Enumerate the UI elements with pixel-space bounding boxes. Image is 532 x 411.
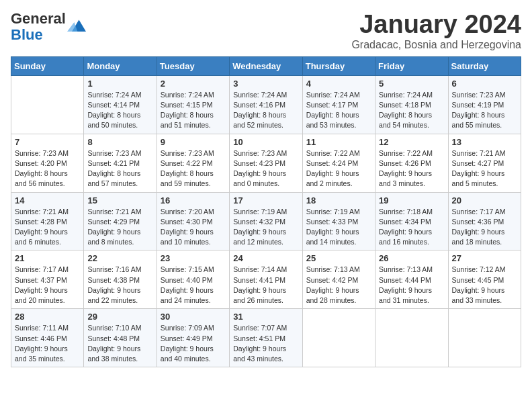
day-number: 24 (233, 253, 298, 263)
day-info: Sunrise: 7:16 AMSunset: 4:38 PMDaylight:… (87, 265, 152, 306)
day-number: 2 (161, 79, 226, 89)
calendar-cell: 12Sunrise: 7:22 AMSunset: 4:26 PMDayligh… (375, 134, 448, 192)
page-header: General Blue January 2024 Gradacac, Bosn… (11, 11, 521, 51)
day-info: Sunrise: 7:07 AMSunset: 4:51 PMDaylight:… (233, 323, 298, 364)
calendar-cell: 10Sunrise: 7:23 AMSunset: 4:23 PMDayligh… (230, 134, 302, 192)
day-info: Sunrise: 7:12 AMSunset: 4:45 PMDaylight:… (452, 265, 517, 306)
day-info: Sunrise: 7:22 AMSunset: 4:26 PMDaylight:… (379, 148, 444, 189)
day-info: Sunrise: 7:23 AMSunset: 4:21 PMDaylight:… (87, 148, 152, 189)
header-cell-tuesday: Tuesday (157, 56, 229, 75)
day-number: 26 (379, 253, 444, 263)
calendar-cell: 13Sunrise: 7:21 AMSunset: 4:27 PMDayligh… (448, 134, 521, 192)
day-info: Sunrise: 7:24 AMSunset: 4:14 PMDaylight:… (87, 90, 152, 131)
calendar-week-row: 7Sunrise: 7:23 AMSunset: 4:20 PMDaylight… (11, 134, 521, 192)
day-number: 15 (87, 195, 152, 205)
day-info: Sunrise: 7:23 AMSunset: 4:19 PMDaylight:… (452, 90, 517, 131)
calendar-cell: 24Sunrise: 7:14 AMSunset: 4:41 PMDayligh… (230, 250, 302, 309)
calendar-header-row: SundayMondayTuesdayWednesdayThursdayFrid… (11, 56, 521, 75)
day-info: Sunrise: 7:14 AMSunset: 4:41 PMDaylight:… (233, 265, 298, 306)
logo-icon (67, 17, 86, 36)
calendar-body: 1Sunrise: 7:24 AMSunset: 4:14 PMDaylight… (11, 75, 521, 367)
day-number: 5 (379, 79, 444, 89)
calendar-week-row: 1Sunrise: 7:24 AMSunset: 4:14 PMDaylight… (11, 75, 521, 134)
day-number: 9 (161, 137, 226, 147)
day-info: Sunrise: 7:19 AMSunset: 4:33 PMDaylight:… (306, 207, 371, 248)
day-number: 27 (452, 253, 517, 263)
calendar-cell: 8Sunrise: 7:23 AMSunset: 4:21 PMDaylight… (84, 134, 157, 192)
calendar-cell: 15Sunrise: 7:21 AMSunset: 4:29 PMDayligh… (84, 192, 157, 250)
calendar-cell: 7Sunrise: 7:23 AMSunset: 4:20 PMDaylight… (11, 134, 84, 192)
calendar-week-row: 21Sunrise: 7:17 AMSunset: 4:37 PMDayligh… (11, 250, 521, 309)
day-info: Sunrise: 7:15 AMSunset: 4:40 PMDaylight:… (161, 265, 226, 306)
logo: General Blue (11, 11, 86, 43)
calendar-cell: 28Sunrise: 7:11 AMSunset: 4:46 PMDayligh… (11, 309, 84, 367)
day-number: 19 (379, 195, 444, 205)
day-number: 12 (379, 137, 444, 147)
day-info: Sunrise: 7:23 AMSunset: 4:22 PMDaylight:… (161, 148, 226, 189)
day-number: 31 (233, 312, 298, 322)
day-info: Sunrise: 7:22 AMSunset: 4:24 PMDaylight:… (306, 148, 371, 189)
calendar-cell: 4Sunrise: 7:24 AMSunset: 4:17 PMDaylight… (302, 75, 375, 134)
calendar-week-row: 28Sunrise: 7:11 AMSunset: 4:46 PMDayligh… (11, 309, 521, 367)
day-info: Sunrise: 7:19 AMSunset: 4:32 PMDaylight:… (233, 207, 298, 248)
day-number: 8 (87, 137, 152, 147)
day-info: Sunrise: 7:21 AMSunset: 4:27 PMDaylight:… (452, 148, 517, 189)
day-number: 23 (161, 253, 226, 263)
calendar-cell: 17Sunrise: 7:19 AMSunset: 4:32 PMDayligh… (230, 192, 302, 250)
day-info: Sunrise: 7:18 AMSunset: 4:34 PMDaylight:… (379, 207, 444, 248)
calendar-cell (375, 309, 448, 367)
calendar-cell: 27Sunrise: 7:12 AMSunset: 4:45 PMDayligh… (448, 250, 521, 309)
calendar-cell: 26Sunrise: 7:13 AMSunset: 4:44 PMDayligh… (375, 250, 448, 309)
calendar-cell: 21Sunrise: 7:17 AMSunset: 4:37 PMDayligh… (11, 250, 84, 309)
day-info: Sunrise: 7:23 AMSunset: 4:23 PMDaylight:… (233, 148, 298, 189)
day-number: 21 (15, 253, 80, 263)
calendar-cell: 16Sunrise: 7:20 AMSunset: 4:30 PMDayligh… (157, 192, 229, 250)
day-info: Sunrise: 7:24 AMSunset: 4:16 PMDaylight:… (233, 90, 298, 131)
calendar-cell (448, 309, 521, 367)
day-number: 16 (161, 195, 226, 205)
calendar-table: SundayMondayTuesdayWednesdayThursdayFrid… (11, 56, 521, 367)
header-cell-sunday: Sunday (11, 56, 84, 75)
calendar-week-row: 14Sunrise: 7:21 AMSunset: 4:28 PMDayligh… (11, 192, 521, 250)
calendar-cell: 18Sunrise: 7:19 AMSunset: 4:33 PMDayligh… (302, 192, 375, 250)
calendar-cell: 20Sunrise: 7:17 AMSunset: 4:36 PMDayligh… (448, 192, 521, 250)
calendar-cell: 5Sunrise: 7:24 AMSunset: 4:18 PMDaylight… (375, 75, 448, 134)
day-number: 3 (233, 79, 298, 89)
header-cell-saturday: Saturday (448, 56, 521, 75)
calendar-cell: 6Sunrise: 7:23 AMSunset: 4:19 PMDaylight… (448, 75, 521, 134)
day-info: Sunrise: 7:24 AMSunset: 4:18 PMDaylight:… (379, 90, 444, 131)
calendar-cell: 31Sunrise: 7:07 AMSunset: 4:51 PMDayligh… (230, 309, 302, 367)
day-info: Sunrise: 7:13 AMSunset: 4:44 PMDaylight:… (379, 265, 444, 306)
day-number: 18 (306, 195, 371, 205)
day-number: 20 (452, 195, 517, 205)
day-info: Sunrise: 7:17 AMSunset: 4:37 PMDaylight:… (15, 265, 80, 306)
calendar-cell: 1Sunrise: 7:24 AMSunset: 4:14 PMDaylight… (84, 75, 157, 134)
day-number: 29 (87, 312, 152, 322)
day-info: Sunrise: 7:24 AMSunset: 4:17 PMDaylight:… (306, 90, 371, 131)
calendar-cell (302, 309, 375, 367)
logo-general: General (11, 10, 66, 27)
day-number: 22 (87, 253, 152, 263)
day-number: 11 (306, 137, 371, 147)
day-info: Sunrise: 7:17 AMSunset: 4:36 PMDaylight:… (452, 207, 517, 248)
calendar-cell: 30Sunrise: 7:09 AMSunset: 4:49 PMDayligh… (157, 309, 229, 367)
calendar-cell: 25Sunrise: 7:13 AMSunset: 4:42 PMDayligh… (302, 250, 375, 309)
day-number: 7 (15, 137, 80, 147)
day-number: 1 (87, 79, 152, 89)
day-info: Sunrise: 7:11 AMSunset: 4:46 PMDaylight:… (15, 323, 80, 364)
day-info: Sunrise: 7:13 AMSunset: 4:42 PMDaylight:… (306, 265, 371, 306)
day-info: Sunrise: 7:09 AMSunset: 4:49 PMDaylight:… (161, 323, 226, 364)
calendar-cell: 3Sunrise: 7:24 AMSunset: 4:16 PMDaylight… (230, 75, 302, 134)
header-cell-friday: Friday (375, 56, 448, 75)
calendar-cell: 14Sunrise: 7:21 AMSunset: 4:28 PMDayligh… (11, 192, 84, 250)
calendar-cell: 23Sunrise: 7:15 AMSunset: 4:40 PMDayligh… (157, 250, 229, 309)
calendar-cell: 19Sunrise: 7:18 AMSunset: 4:34 PMDayligh… (375, 192, 448, 250)
day-info: Sunrise: 7:10 AMSunset: 4:48 PMDaylight:… (87, 323, 152, 364)
day-info: Sunrise: 7:20 AMSunset: 4:30 PMDaylight:… (161, 207, 226, 248)
header-cell-monday: Monday (84, 56, 157, 75)
logo-blue: Blue (11, 26, 43, 43)
calendar-cell: 11Sunrise: 7:22 AMSunset: 4:24 PMDayligh… (302, 134, 375, 192)
day-number: 30 (161, 312, 226, 322)
header-cell-wednesday: Wednesday (230, 56, 302, 75)
calendar-cell: 9Sunrise: 7:23 AMSunset: 4:22 PMDaylight… (157, 134, 229, 192)
